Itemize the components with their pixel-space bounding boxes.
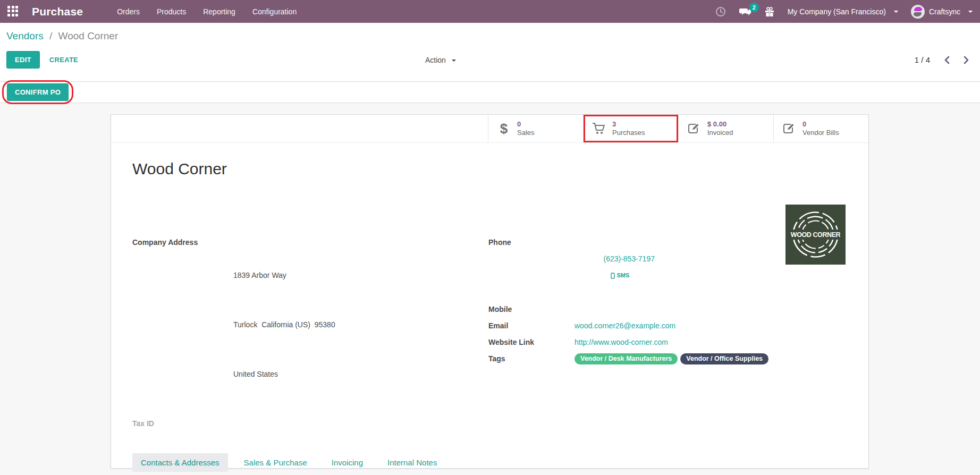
address-city-state-zip: Turlock California (US) 95380 [233, 317, 335, 333]
menu-configuration[interactable]: Configuration [252, 7, 297, 16]
pager: 1 / 4 [915, 55, 969, 64]
statusbar: CONIFRM PO [0, 81, 980, 103]
tab-sales-purchase[interactable]: Sales & Purchase [235, 453, 316, 472]
company-address-label: Company Address [132, 234, 233, 415]
company-switcher[interactable]: My Company (San Francisco) [788, 7, 898, 16]
tag-office-supplies[interactable]: Vendor / Office Supplies [680, 353, 768, 364]
vendor-bills-count: 0 [802, 120, 839, 129]
vendor-bills-label: Vendor Bills [802, 129, 839, 137]
edit-button[interactable]: EDIT [6, 51, 40, 69]
website-label: Website Link [488, 334, 575, 351]
address-street: 1839 Arbor Way [233, 267, 335, 284]
menu-products[interactable]: Products [157, 7, 186, 16]
action-label: Action [425, 56, 446, 64]
stat-button-row: $ 0 Sales 3 Purchases [111, 115, 868, 143]
messages-icon[interactable]: 2 [739, 6, 751, 17]
edit-icon [782, 122, 796, 135]
activities-clock-icon[interactable] [715, 6, 726, 17]
vendor-logo: WOOD CORNER [785, 205, 846, 265]
address-country: United States [233, 366, 335, 383]
mobile-label: Mobile [488, 301, 575, 318]
email-label: Email [488, 318, 575, 334]
sales-label: Sales [517, 129, 535, 137]
website-link[interactable]: http://www.wood-corner.com [575, 338, 668, 346]
stat-button-vendor-bills[interactable]: 0 Vendor Bills [773, 115, 868, 142]
vendor-name-title: Wood Corner [132, 160, 847, 178]
company-name: My Company (San Francisco) [788, 7, 886, 16]
chevron-down-icon [894, 11, 898, 13]
edit-icon [687, 122, 701, 135]
pager-counter: 1 / 4 [915, 55, 930, 64]
sms-label: SMS [616, 267, 629, 284]
form-view: $ 0 Sales 3 Purchases [0, 103, 980, 454]
breadcrumb-vendors[interactable]: Vendors [6, 30, 44, 41]
breadcrumb-separator: / [49, 30, 52, 41]
pager-previous-icon[interactable] [944, 56, 950, 64]
app-name: Purchase [32, 5, 83, 18]
cart-icon [592, 122, 606, 135]
mobile-phone-icon [611, 273, 615, 279]
vendor-sheet: $ 0 Sales 3 Purchases [111, 114, 869, 469]
breadcrumb: Vendors / Wood Corner [6, 30, 974, 42]
stat-button-sales[interactable]: $ 0 Sales [488, 115, 583, 142]
tax-id-label: Tax ID [132, 415, 233, 432]
vendor-fields: Company Address 1839 Arbor Way Turlock C… [132, 234, 847, 432]
apps-grid-icon[interactable] [7, 6, 19, 18]
menu-orders[interactable]: Orders [117, 7, 140, 16]
tags-label: Tags [488, 351, 575, 367]
message-count-badge: 2 [749, 3, 759, 12]
purchases-label: Purchases [612, 129, 645, 137]
tab-invoicing[interactable]: Invoicing [323, 453, 371, 472]
menu-reporting[interactable]: Reporting [203, 7, 235, 16]
gift-icon[interactable] [764, 6, 775, 17]
chevron-down-icon [968, 11, 973, 13]
main-menu: Orders Products Reporting Configuration [117, 7, 297, 16]
invoiced-label: Invoiced [707, 129, 733, 137]
tag-desk-manufacturers[interactable]: Vendor / Desk Manufacturers [575, 353, 678, 364]
phone-link[interactable]: (623)-853-7197 [603, 255, 655, 263]
control-panel: Vendors / Wood Corner EDIT CREATE Action… [0, 23, 980, 81]
dollar-icon: $ [497, 121, 511, 137]
sms-button[interactable]: SMS [611, 267, 629, 284]
sales-count: 0 [517, 120, 535, 129]
pager-next-icon[interactable] [964, 56, 969, 64]
phone-label: Phone [488, 234, 575, 301]
top-navbar: Purchase Orders Products Reporting Confi… [0, 0, 980, 23]
confirm-po-annotation: CONIFRM PO [2, 80, 73, 104]
confirm-po-button[interactable]: CONIFRM PO [7, 83, 69, 101]
tab-contacts-addresses[interactable]: Contacts & Addresses [132, 453, 228, 472]
chevron-down-icon [452, 60, 456, 62]
svg-text:WOOD CORNER: WOOD CORNER [791, 231, 841, 239]
user-name: Craftsync [929, 7, 960, 16]
purchases-count: 3 [612, 120, 645, 129]
notebook-tabs: Contacts & Addresses Sales & Purchase In… [132, 453, 847, 472]
user-avatar [911, 5, 925, 19]
action-dropdown[interactable]: Action [425, 56, 456, 64]
email-link[interactable]: wood.corner26@example.com [575, 321, 675, 330]
stat-button-invoiced[interactable]: $ 0.00 Invoiced [678, 115, 773, 142]
user-menu[interactable]: Craftsync [911, 5, 973, 19]
create-button[interactable]: CREATE [49, 56, 78, 64]
stat-button-purchases[interactable]: 3 Purchases [583, 115, 678, 142]
breadcrumb-current: Wood Corner [58, 30, 119, 41]
tab-internal-notes[interactable]: Internal Notes [379, 453, 445, 472]
invoiced-amount: $ 0.00 [707, 120, 733, 129]
